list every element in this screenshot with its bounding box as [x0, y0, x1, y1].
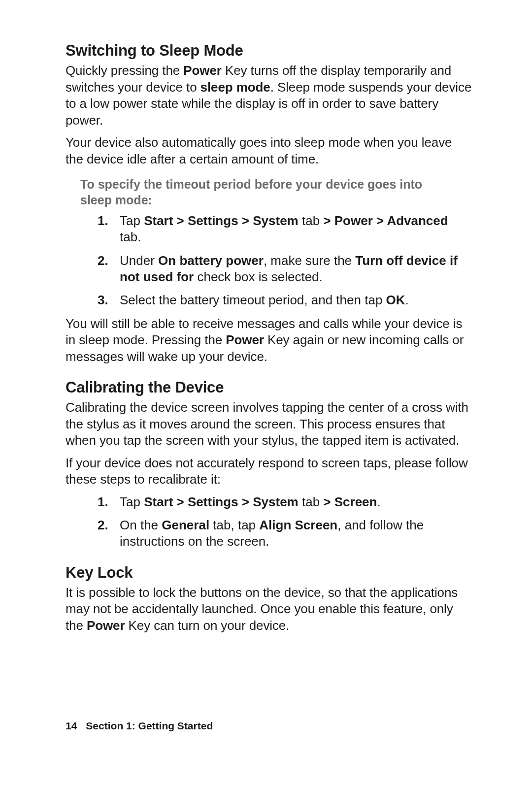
step-item: Select the battery timeout period, and t… — [120, 292, 473, 308]
paragraph: You will still be able to receive messag… — [66, 316, 473, 365]
step-item: Tap Start > Settings > System tab > Powe… — [120, 213, 473, 246]
text: check box is selected. — [194, 269, 323, 284]
heading-calibrating: Calibrating the Device — [66, 379, 473, 396]
section-label: Section 1: Getting Started — [86, 720, 213, 731]
heading-key-lock: Key Lock — [66, 564, 473, 582]
text: Quickly pressing the — [66, 63, 183, 78]
bold-text: sleep mode — [200, 80, 270, 95]
text: tab, tap — [209, 518, 259, 532]
bold-text: Start > Settings > System — [144, 494, 299, 509]
page-footer: 14Section 1: Getting Started — [66, 720, 213, 732]
text: Key can turn on your device. — [125, 618, 290, 633]
bold-text: Power — [87, 618, 125, 633]
text: Under — [120, 253, 158, 268]
text: . — [405, 293, 409, 307]
text: , make sure the — [264, 253, 355, 268]
step-item: Tap Start > Settings > System tab > Scre… — [120, 494, 473, 510]
page-number: 14 — [66, 720, 77, 731]
bold-text: OK — [386, 293, 405, 307]
steps-list-sleep: Tap Start > Settings > System tab > Powe… — [66, 213, 473, 308]
sub-intro: To specify the timeout period before you… — [80, 176, 455, 208]
steps-list-calibrate: Tap Start > Settings > System tab > Scre… — [66, 494, 473, 550]
bold-text: > Power > Advanced — [323, 213, 448, 228]
bold-text: Power — [183, 63, 222, 78]
paragraph: Quickly pressing the Power Key turns off… — [66, 63, 473, 129]
bold-text: Align Screen — [259, 518, 337, 532]
bold-text: On battery power — [158, 253, 264, 268]
text: tab. — [120, 230, 141, 244]
step-item: Under On battery power, make sure the Tu… — [120, 253, 473, 286]
bold-text: Power — [226, 332, 264, 347]
paragraph: If your device does not accurately respo… — [66, 455, 473, 488]
paragraph: It is possible to lock the buttons on th… — [66, 585, 473, 634]
text: On the — [120, 518, 162, 532]
bold-text: General — [162, 518, 209, 532]
text: tab — [299, 213, 324, 228]
bold-text: Start > Settings > System — [144, 213, 299, 228]
text: Select the battery timeout period, and t… — [120, 293, 386, 307]
heading-sleep-mode: Switching to Sleep Mode — [66, 42, 473, 60]
paragraph: Calibrating the device screen involves t… — [66, 399, 473, 449]
manual-page: Switching to Sleep Mode Quickly pressing… — [0, 0, 532, 787]
paragraph: Your device also automatically goes into… — [66, 134, 473, 167]
text: Tap — [120, 494, 144, 509]
step-item: On the General tab, tap Align Screen, an… — [120, 517, 473, 550]
bold-text: > Screen — [323, 494, 377, 509]
text: Tap — [120, 213, 144, 228]
text: . — [377, 494, 380, 509]
text: tab — [299, 494, 324, 509]
